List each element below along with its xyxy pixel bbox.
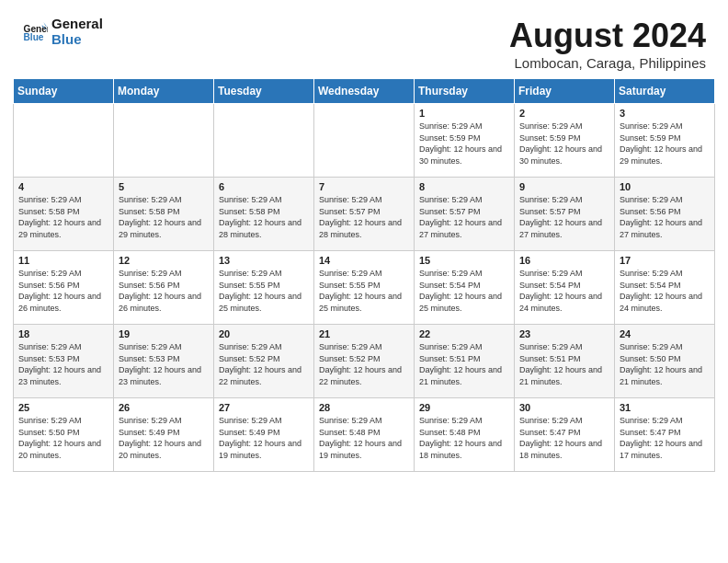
main-title: August 2024 — [509, 17, 706, 55]
day-number: 22 — [419, 328, 509, 339]
calendar-cell — [214, 104, 314, 178]
day-number: 6 — [219, 181, 309, 192]
day-info: Sunrise: 5:29 AMSunset: 5:48 PMDaylight:… — [419, 415, 509, 461]
day-info: Sunrise: 5:29 AMSunset: 5:58 PMDaylight:… — [219, 194, 309, 240]
day-info: Sunrise: 5:29 AMSunset: 5:57 PMDaylight:… — [519, 194, 609, 240]
calendar-cell: 5Sunrise: 5:29 AMSunset: 5:58 PMDaylight… — [114, 178, 214, 251]
calendar-cell: 21Sunrise: 5:29 AMSunset: 5:52 PMDayligh… — [314, 325, 415, 398]
calendar-table: SundayMondayTuesdayWednesdayThursdayFrid… — [13, 78, 715, 472]
day-info: Sunrise: 5:29 AMSunset: 5:58 PMDaylight:… — [119, 194, 209, 240]
day-info: Sunrise: 5:29 AMSunset: 5:47 PMDaylight:… — [519, 415, 609, 461]
day-info: Sunrise: 5:29 AMSunset: 5:51 PMDaylight:… — [419, 341, 509, 387]
calendar-cell: 3Sunrise: 5:29 AMSunset: 5:59 PMDaylight… — [615, 104, 715, 178]
day-number: 25 — [18, 402, 108, 413]
calendar-week-4: 18Sunrise: 5:29 AMSunset: 5:53 PMDayligh… — [14, 325, 715, 398]
calendar-cell: 2Sunrise: 5:29 AMSunset: 5:59 PMDaylight… — [515, 104, 615, 178]
day-number: 24 — [620, 328, 710, 339]
day-info: Sunrise: 5:29 AMSunset: 5:48 PMDaylight:… — [319, 415, 409, 461]
calendar-cell: 19Sunrise: 5:29 AMSunset: 5:53 PMDayligh… — [114, 325, 214, 398]
calendar-week-5: 25Sunrise: 5:29 AMSunset: 5:50 PMDayligh… — [14, 398, 715, 472]
logo-text-blue: Blue — [51, 32, 103, 48]
calendar-cell: 11Sunrise: 5:29 AMSunset: 5:56 PMDayligh… — [14, 251, 114, 325]
calendar-cell: 27Sunrise: 5:29 AMSunset: 5:49 PMDayligh… — [214, 398, 314, 472]
calendar-cell: 10Sunrise: 5:29 AMSunset: 5:56 PMDayligh… — [615, 178, 715, 251]
day-info: Sunrise: 5:29 AMSunset: 5:47 PMDaylight:… — [620, 415, 710, 461]
weekday-header-sunday: Sunday — [14, 79, 114, 104]
day-info: Sunrise: 5:29 AMSunset: 5:59 PMDaylight:… — [519, 121, 609, 167]
day-number: 10 — [620, 181, 710, 192]
day-info: Sunrise: 5:29 AMSunset: 5:49 PMDaylight:… — [219, 415, 309, 461]
weekday-header-monday: Monday — [114, 79, 214, 104]
weekday-header-saturday: Saturday — [615, 79, 715, 104]
day-info: Sunrise: 5:29 AMSunset: 5:50 PMDaylight:… — [620, 341, 710, 387]
weekday-header-thursday: Thursday — [415, 79, 515, 104]
day-info: Sunrise: 5:29 AMSunset: 5:51 PMDaylight:… — [519, 341, 609, 387]
day-number: 30 — [519, 402, 609, 413]
calendar-cell: 13Sunrise: 5:29 AMSunset: 5:55 PMDayligh… — [214, 251, 314, 325]
calendar-week-2: 4Sunrise: 5:29 AMSunset: 5:58 PMDaylight… — [14, 178, 715, 251]
calendar-cell: 22Sunrise: 5:29 AMSunset: 5:51 PMDayligh… — [415, 325, 515, 398]
day-number: 11 — [18, 255, 108, 266]
day-number: 23 — [519, 328, 609, 339]
day-info: Sunrise: 5:29 AMSunset: 5:55 PMDaylight:… — [219, 268, 309, 314]
logo-icon: General Blue — [22, 19, 48, 45]
calendar-cell: 15Sunrise: 5:29 AMSunset: 5:54 PMDayligh… — [415, 251, 515, 325]
day-number: 28 — [319, 402, 409, 413]
calendar-cell — [314, 104, 415, 178]
calendar-cell: 9Sunrise: 5:29 AMSunset: 5:57 PMDaylight… — [515, 178, 615, 251]
calendar: SundayMondayTuesdayWednesdayThursdayFrid… — [0, 78, 728, 485]
day-info: Sunrise: 5:29 AMSunset: 5:54 PMDaylight:… — [620, 268, 710, 314]
calendar-cell: 23Sunrise: 5:29 AMSunset: 5:51 PMDayligh… — [515, 325, 615, 398]
day-number: 15 — [419, 255, 509, 266]
calendar-cell — [114, 104, 214, 178]
calendar-cell: 20Sunrise: 5:29 AMSunset: 5:52 PMDayligh… — [214, 325, 314, 398]
day-number: 29 — [419, 402, 509, 413]
calendar-cell: 17Sunrise: 5:29 AMSunset: 5:54 PMDayligh… — [615, 251, 715, 325]
calendar-cell: 26Sunrise: 5:29 AMSunset: 5:49 PMDayligh… — [114, 398, 214, 472]
day-info: Sunrise: 5:29 AMSunset: 5:56 PMDaylight:… — [119, 268, 209, 314]
day-number: 19 — [119, 328, 209, 339]
day-number: 16 — [519, 255, 609, 266]
day-number: 1 — [419, 108, 509, 119]
day-info: Sunrise: 5:29 AMSunset: 5:53 PMDaylight:… — [18, 341, 108, 387]
day-info: Sunrise: 5:29 AMSunset: 5:53 PMDaylight:… — [119, 341, 209, 387]
page-header: General Blue General Blue August 2024 Lo… — [0, 0, 728, 78]
day-info: Sunrise: 5:29 AMSunset: 5:57 PMDaylight:… — [419, 194, 509, 240]
day-number: 20 — [219, 328, 309, 339]
calendar-cell: 29Sunrise: 5:29 AMSunset: 5:48 PMDayligh… — [415, 398, 515, 472]
calendar-cell: 7Sunrise: 5:29 AMSunset: 5:57 PMDaylight… — [314, 178, 415, 251]
day-number: 9 — [519, 181, 609, 192]
day-number: 5 — [119, 181, 209, 192]
day-number: 8 — [419, 181, 509, 192]
day-info: Sunrise: 5:29 AMSunset: 5:54 PMDaylight:… — [419, 268, 509, 314]
calendar-cell: 25Sunrise: 5:29 AMSunset: 5:50 PMDayligh… — [14, 398, 114, 472]
day-number: 14 — [319, 255, 409, 266]
day-number: 31 — [620, 402, 710, 413]
day-number: 7 — [319, 181, 409, 192]
calendar-week-1: 1Sunrise: 5:29 AMSunset: 5:59 PMDaylight… — [14, 104, 715, 178]
calendar-cell: 31Sunrise: 5:29 AMSunset: 5:47 PMDayligh… — [615, 398, 715, 472]
calendar-cell: 14Sunrise: 5:29 AMSunset: 5:55 PMDayligh… — [314, 251, 415, 325]
calendar-week-3: 11Sunrise: 5:29 AMSunset: 5:56 PMDayligh… — [14, 251, 715, 325]
calendar-cell: 24Sunrise: 5:29 AMSunset: 5:50 PMDayligh… — [615, 325, 715, 398]
day-info: Sunrise: 5:29 AMSunset: 5:59 PMDaylight:… — [620, 121, 710, 167]
weekday-header-row: SundayMondayTuesdayWednesdayThursdayFrid… — [14, 79, 715, 104]
day-number: 26 — [119, 402, 209, 413]
calendar-cell: 6Sunrise: 5:29 AMSunset: 5:58 PMDaylight… — [214, 178, 314, 251]
calendar-cell: 28Sunrise: 5:29 AMSunset: 5:48 PMDayligh… — [314, 398, 415, 472]
svg-text:Blue: Blue — [24, 32, 44, 42]
day-info: Sunrise: 5:29 AMSunset: 5:59 PMDaylight:… — [419, 121, 509, 167]
calendar-cell: 4Sunrise: 5:29 AMSunset: 5:58 PMDaylight… — [14, 178, 114, 251]
day-number: 18 — [18, 328, 108, 339]
logo-text-general: General — [51, 17, 103, 32]
calendar-cell — [14, 104, 114, 178]
day-info: Sunrise: 5:29 AMSunset: 5:58 PMDaylight:… — [18, 194, 108, 240]
day-number: 17 — [620, 255, 710, 266]
subtitle: Lombocan, Caraga, Philippines — [509, 55, 706, 71]
calendar-cell: 18Sunrise: 5:29 AMSunset: 5:53 PMDayligh… — [14, 325, 114, 398]
day-info: Sunrise: 5:29 AMSunset: 5:52 PMDaylight:… — [219, 341, 309, 387]
calendar-cell: 30Sunrise: 5:29 AMSunset: 5:47 PMDayligh… — [515, 398, 615, 472]
day-info: Sunrise: 5:29 AMSunset: 5:54 PMDaylight:… — [519, 268, 609, 314]
title-block: August 2024 Lombocan, Caraga, Philippine… — [509, 17, 706, 71]
calendar-cell: 1Sunrise: 5:29 AMSunset: 5:59 PMDaylight… — [415, 104, 515, 178]
